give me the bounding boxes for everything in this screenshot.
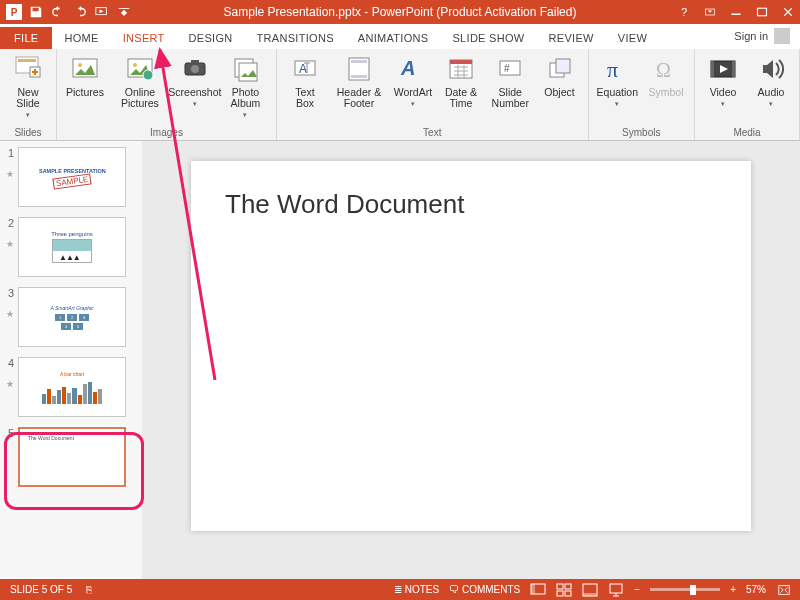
- text-box-label: Text Box: [285, 87, 325, 109]
- tab-slideshow[interactable]: SLIDE SHOW: [440, 28, 536, 49]
- chevron-down-icon: ▾: [193, 100, 197, 108]
- screenshot-button[interactable]: Screenshot ▾: [173, 51, 217, 127]
- slide-title[interactable]: The Word Document: [225, 189, 717, 220]
- tab-home[interactable]: HOME: [52, 28, 110, 49]
- svg-point-13: [191, 65, 199, 73]
- online-pictures-label: Online Pictures: [113, 87, 167, 109]
- tab-view[interactable]: VIEW: [606, 28, 659, 49]
- zoom-out-button[interactable]: −: [634, 584, 640, 595]
- slide-thumbnail[interactable]: 2 ★ Three penguins: [4, 217, 138, 277]
- thumbnail-preview: A bar chart: [18, 357, 126, 417]
- sign-in[interactable]: Sign in: [734, 28, 790, 44]
- sign-in-label: Sign in: [734, 30, 768, 42]
- slide-thumbnail[interactable]: 5 The Word Document: [4, 427, 138, 487]
- slide-thumbnail[interactable]: 1 ★ SAMPLE PRESENTATION SAMPLE: [4, 147, 138, 207]
- group-label-media: Media: [701, 127, 793, 140]
- tab-design[interactable]: DESIGN: [177, 28, 245, 49]
- slide-number-button[interactable]: # Slide Number: [487, 51, 534, 127]
- ribbon-tabs: FILE HOME INSERT DESIGN TRANSITIONS ANIM…: [0, 24, 800, 49]
- tab-transitions[interactable]: TRANSITIONS: [245, 28, 346, 49]
- avatar-placeholder-icon: [774, 28, 790, 44]
- new-slide-icon: [12, 53, 44, 85]
- equation-button[interactable]: π Equation ▾: [595, 51, 640, 127]
- audio-button[interactable]: Audio ▾: [749, 51, 793, 127]
- ribbon-display-options-icon[interactable]: [702, 4, 718, 20]
- spellcheck-icon[interactable]: ⎘: [86, 584, 92, 595]
- date-time-button[interactable]: Date & Time: [439, 51, 483, 127]
- online-pictures-button[interactable]: Online Pictures: [111, 51, 169, 127]
- comments-button[interactable]: 🗨 COMMENTS: [449, 584, 520, 595]
- svg-rect-21: [351, 75, 367, 78]
- slide-editor[interactable]: The Word Document: [142, 141, 800, 579]
- tab-insert[interactable]: INSERT: [111, 28, 177, 49]
- fit-to-window-icon[interactable]: [776, 583, 792, 597]
- svg-rect-39: [565, 591, 571, 596]
- photo-album-icon: [229, 53, 261, 85]
- slide-number-icon: #: [494, 53, 526, 85]
- title-bar: P Sample Presentation.pptx - PowerPoint …: [0, 0, 800, 24]
- text-box-icon: A: [289, 53, 321, 85]
- wordart-label: WordArt: [394, 87, 432, 98]
- svg-text:A: A: [299, 62, 307, 76]
- svg-text:Ω: Ω: [656, 59, 671, 81]
- symbol-button: Ω Symbol: [644, 51, 688, 127]
- pictures-button[interactable]: Pictures: [63, 51, 107, 127]
- tab-file[interactable]: FILE: [0, 27, 52, 49]
- slideshow-view-icon[interactable]: [608, 583, 624, 597]
- zoom-level[interactable]: 57%: [746, 584, 766, 595]
- video-button[interactable]: Video ▾: [701, 51, 745, 127]
- svg-rect-42: [610, 584, 622, 593]
- header-footer-button[interactable]: Header & Footer: [331, 51, 387, 127]
- tab-animations[interactable]: ANIMATIONS: [346, 28, 441, 49]
- new-slide-button[interactable]: New Slide ▾: [6, 51, 50, 127]
- video-icon: [707, 53, 739, 85]
- normal-view-icon[interactable]: [530, 583, 546, 597]
- slide-thumbnail[interactable]: 3 ★ A SmartArt Graphic 123 45: [4, 287, 138, 347]
- quick-access-toolbar: P: [0, 4, 138, 20]
- customize-qat-icon[interactable]: [116, 4, 132, 20]
- tab-review[interactable]: REVIEW: [537, 28, 606, 49]
- header-footer-label: Header & Footer: [333, 87, 385, 109]
- slide-canvas[interactable]: The Word Document: [191, 161, 751, 531]
- svg-rect-25: [500, 61, 520, 75]
- zoom-in-button[interactable]: +: [730, 584, 736, 595]
- photo-album-button[interactable]: Photo Album ▾: [221, 51, 270, 127]
- text-box-button[interactable]: A Text Box: [283, 51, 327, 127]
- reading-view-icon[interactable]: [582, 583, 598, 597]
- pictures-icon: [69, 53, 101, 85]
- minimize-icon[interactable]: [728, 4, 744, 20]
- zoom-slider[interactable]: [650, 588, 720, 591]
- svg-rect-2: [732, 14, 741, 16]
- svg-point-11: [143, 70, 153, 80]
- slide-number: 5: [4, 427, 14, 439]
- help-icon[interactable]: ?: [676, 4, 692, 20]
- start-from-beginning-icon[interactable]: [94, 4, 110, 20]
- svg-rect-33: [732, 61, 735, 77]
- animation-indicator-icon: ★: [6, 311, 14, 317]
- slide-thumbnail-panel[interactable]: 1 ★ SAMPLE PRESENTATION SAMPLE 2 ★ Three…: [0, 141, 142, 579]
- svg-text:π: π: [607, 57, 618, 82]
- symbol-icon: Ω: [650, 53, 682, 85]
- header-footer-icon: [343, 53, 375, 85]
- notes-button[interactable]: ≣ NOTES: [394, 584, 439, 595]
- close-icon[interactable]: [780, 4, 796, 20]
- redo-icon[interactable]: [72, 4, 88, 20]
- svg-rect-36: [557, 584, 563, 589]
- undo-icon[interactable]: [50, 4, 66, 20]
- save-icon[interactable]: [28, 4, 44, 20]
- date-time-label: Date & Time: [441, 87, 481, 109]
- svg-rect-35: [531, 584, 535, 594]
- svg-text:#: #: [504, 63, 510, 74]
- slide-number: 3: [4, 287, 14, 299]
- object-label: Object: [544, 87, 574, 98]
- pictures-label: Pictures: [66, 87, 104, 98]
- svg-rect-37: [565, 584, 571, 589]
- maximize-icon[interactable]: [754, 4, 770, 20]
- object-button[interactable]: Object: [538, 51, 582, 127]
- slide-sorter-view-icon[interactable]: [556, 583, 572, 597]
- slide-thumbnail[interactable]: 4 ★ A bar chart: [4, 357, 138, 417]
- slide-number: 1: [4, 147, 14, 159]
- wordart-button[interactable]: A WordArt ▾: [391, 51, 435, 127]
- chevron-down-icon: ▾: [243, 111, 247, 119]
- online-pictures-icon: [124, 53, 156, 85]
